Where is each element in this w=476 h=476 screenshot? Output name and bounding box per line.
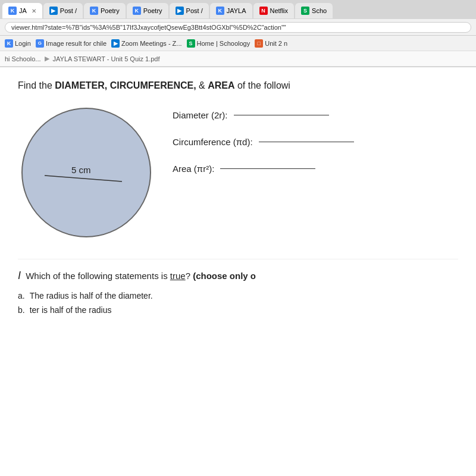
tab-label-netflix: Netflix [270,7,289,14]
formula-circumference: Circumference (πd): [173,137,458,147]
follow-up-section: I Which of the following statements is t… [18,259,458,315]
answer-text-b: ter is half of the radius [30,305,112,315]
tab-netflix[interactable]: N Netflix [253,3,295,18]
bookmark-label-google: Image result for chile [46,40,107,47]
question-suffix: of the followi [235,80,290,90]
tab-icon-netflix: N [259,7,268,15]
tab-close-ja[interactable]: ✕ [32,8,36,14]
breadcrumb-current: JAYLA STEWART - Unit 5 Quiz 1.pdf [53,55,160,62]
tab-ja[interactable]: K JA ✕ [2,3,42,18]
formula-area-line [220,168,315,169]
browser-chrome: K JA ✕ ▶ Post / K Poetry K Poetry ▶ Post… [0,0,476,67]
formula-diameter-line [234,115,329,115]
follow-up-bold: (choose only o [193,271,256,281]
follow-up-suffix: ? [186,271,193,281]
follow-up-prefix: Which of the following statements is [26,271,170,281]
cursor-indicator: I [18,270,21,281]
tab-label-scho: Scho [312,7,327,14]
tab-post2[interactable]: ▶ Post / [170,3,209,18]
formula-area: Area (πr²): [173,164,458,174]
tab-poetry2[interactable]: K Poetry [127,3,168,18]
document-area: Find the DIAMETER, CIRCUMFERENCE, & AREA… [0,67,476,461]
bookmark-icon-zoom: ▶ [111,39,120,48]
bookmark-icon-login: K [5,39,13,48]
tab-poetry1[interactable]: K Poetry [84,3,126,18]
tab-label-ja: JA [19,7,27,14]
question-and: & [196,80,208,90]
tab-label-post2: Post / [186,7,203,14]
answer-text-a: The radius is half of the diameter. [30,291,153,300]
breadcrumb-arrow: ▶ [45,55,49,62]
bookmark-label-zoom: Zoom Meetings - Z... [121,40,181,47]
formula-circumference-line [259,142,354,142]
url-bar[interactable]: viewer.html?state=%7B"ids"%3A%5B"17If3Jx… [5,22,471,33]
formula-diameter: Diameter (2r): [173,110,458,120]
formula-area-label: Area (πr²): [173,164,214,174]
question-bold1: DIAMETER, CIRCUMFERENCE, [55,80,196,90]
follow-up-question: I Which of the following statements is t… [18,268,458,284]
bookmark-icon-google: G [36,39,44,48]
tab-bar: K JA ✕ ▶ Post / K Poetry K Poetry ▶ Post… [0,0,476,19]
answer-letter-b: b. [18,305,25,315]
tab-icon-poetry1: K [90,7,98,15]
bookmark-label-unit2: Unit 2 n [265,40,287,47]
answer-letter-a: a. [18,291,25,300]
tab-icon-post1: ▶ [49,7,58,15]
tab-label-post1: Post / [60,7,77,14]
radius-label: 5 cm [71,165,91,175]
bookmark-google[interactable]: G Image result for chile [36,39,107,48]
url-bar-row: viewer.html?state=%7B"ids"%3A%5B"17If3Jx… [0,19,476,36]
tab-icon-ja: K [8,7,17,15]
bookmarks-bar: K Login G Image result for chile ▶ Zoom … [0,36,476,51]
tab-label-poetry1: Poetry [101,7,120,14]
bookmark-icon-unit2: □ [255,39,263,48]
breadcrumb-prefix: hi Schoolo... [5,55,41,62]
formula-circumference-label: Circumference (πd): [173,137,253,147]
answer-option-b: b. ter is half of the radius [18,305,458,315]
tab-post1[interactable]: ▶ Post / [43,3,83,18]
bookmark-login[interactable]: K Login [5,39,31,48]
formula-diameter-label: Diameter (2r): [173,110,228,120]
bookmark-zoom[interactable]: ▶ Zoom Meetings - Z... [111,39,181,48]
circle-container: 5 cm [18,104,155,241]
tab-scho[interactable]: S Scho [295,3,333,18]
question-body: 5 cm Diameter (2r): Circumference (πd): … [18,104,458,241]
follow-up-underlined: true [170,271,186,281]
tab-icon-jayla: K [216,7,224,15]
bookmark-icon-schoology: S [187,39,195,48]
tab-label-jayla: JAYLA [227,7,246,14]
breadcrumb-bar: hi Schoolo... ▶ JAYLA STEWART - Unit 5 Q… [0,51,476,67]
answer-option-a: a. The radius is half of the diameter. [18,291,458,300]
question-prefix: Find the [18,80,55,90]
bookmark-label-schoology: Home | Schoology [197,40,250,47]
tab-label-poetry2: Poetry [143,7,162,14]
circle-diagram: 5 cm [18,104,155,241]
bookmark-label-login: Login [15,40,31,47]
tab-jayla[interactable]: K JAYLA [210,3,252,18]
question-title: Find the DIAMETER, CIRCUMFERENCE, & AREA… [18,79,458,92]
tab-icon-poetry2: K [133,7,141,15]
question-bold2: AREA [208,80,234,90]
bookmark-unit2[interactable]: □ Unit 2 n [255,39,287,48]
tab-icon-scho: S [301,7,309,15]
bookmark-schoology[interactable]: S Home | Schoology [187,39,250,48]
tab-icon-post2: ▶ [176,7,184,15]
formulas-section: Diameter (2r): Circumference (πd): Area … [173,104,458,190]
